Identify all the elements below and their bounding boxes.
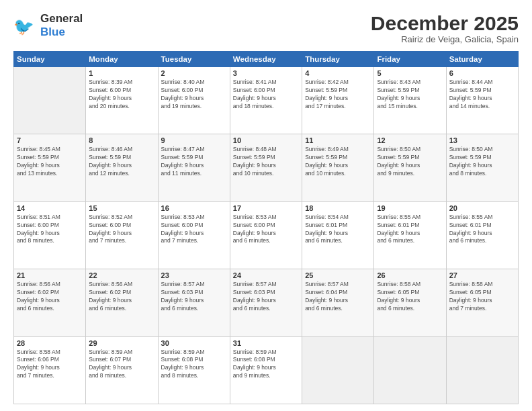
month-title: December 2025 — [371, 12, 519, 34]
logo: 🐦 General Blue — [13, 12, 83, 38]
calendar-cell: 12Sunrise: 8:50 AM Sunset: 5:59 PM Dayli… — [374, 134, 446, 201]
day-info: Sunrise: 8:42 AM Sunset: 5:59 PM Dayligh… — [305, 79, 371, 111]
header: 🐦 General Blue December 2025 Rairiz de V… — [13, 12, 519, 44]
calendar-cell — [374, 336, 446, 404]
calendar-cell: 17Sunrise: 8:53 AM Sunset: 6:00 PM Dayli… — [230, 201, 302, 269]
day-info: Sunrise: 8:48 AM Sunset: 5:59 PM Dayligh… — [233, 146, 299, 178]
calendar-cell: 22Sunrise: 8:56 AM Sunset: 6:02 PM Dayli… — [86, 269, 158, 336]
calendar-cell: 6Sunrise: 8:44 AM Sunset: 5:59 PM Daylig… — [446, 67, 518, 134]
calendar-cell: 23Sunrise: 8:57 AM Sunset: 6:03 PM Dayli… — [158, 269, 230, 336]
day-number: 9 — [161, 136, 227, 144]
day-info: Sunrise: 8:58 AM Sunset: 6:06 PM Dayligh… — [17, 349, 83, 381]
calendar-cell: 13Sunrise: 8:50 AM Sunset: 5:59 PM Dayli… — [446, 134, 518, 201]
day-number: 31 — [233, 339, 299, 347]
calendar-cell: 27Sunrise: 8:58 AM Sunset: 6:05 PM Dayli… — [446, 269, 518, 336]
day-info: Sunrise: 8:53 AM Sunset: 6:00 PM Dayligh… — [161, 214, 227, 246]
calendar-cell: 10Sunrise: 8:48 AM Sunset: 5:59 PM Dayli… — [230, 134, 302, 201]
day-number: 3 — [233, 69, 299, 77]
day-info: Sunrise: 8:41 AM Sunset: 6:00 PM Dayligh… — [233, 79, 299, 111]
calendar-table: Sunday Monday Tuesday Wednesday Thursday… — [13, 51, 519, 404]
header-saturday: Saturday — [446, 52, 518, 67]
day-number: 13 — [449, 136, 515, 144]
day-number: 6 — [449, 69, 515, 77]
day-number: 5 — [377, 69, 443, 77]
calendar-cell — [302, 336, 374, 404]
day-info: Sunrise: 8:50 AM Sunset: 5:59 PM Dayligh… — [449, 146, 515, 178]
day-info: Sunrise: 8:59 AM Sunset: 6:07 PM Dayligh… — [89, 349, 154, 381]
day-info: Sunrise: 8:44 AM Sunset: 5:59 PM Dayligh… — [449, 79, 515, 111]
day-info: Sunrise: 8:50 AM Sunset: 5:59 PM Dayligh… — [377, 146, 443, 178]
location: Rairiz de Veiga, Galicia, Spain — [371, 34, 519, 44]
header-sunday: Sunday — [14, 52, 86, 67]
calendar-cell: 7Sunrise: 8:45 AM Sunset: 5:59 PM Daylig… — [14, 134, 86, 201]
day-info: Sunrise: 8:55 AM Sunset: 6:01 PM Dayligh… — [377, 214, 443, 246]
day-info: Sunrise: 8:59 AM Sunset: 6:08 PM Dayligh… — [161, 349, 227, 381]
title-block: December 2025 Rairiz de Veiga, Galicia, … — [371, 12, 519, 44]
calendar-cell: 3Sunrise: 8:41 AM Sunset: 6:00 PM Daylig… — [230, 67, 302, 134]
calendar-cell: 9Sunrise: 8:47 AM Sunset: 5:59 PM Daylig… — [158, 134, 230, 201]
logo-text: General Blue — [40, 12, 83, 38]
calendar-cell: 25Sunrise: 8:57 AM Sunset: 6:04 PM Dayli… — [302, 269, 374, 336]
calendar-cell: 8Sunrise: 8:46 AM Sunset: 5:59 PM Daylig… — [86, 134, 158, 201]
day-info: Sunrise: 8:49 AM Sunset: 5:59 PM Dayligh… — [305, 146, 371, 178]
calendar-cell: 18Sunrise: 8:54 AM Sunset: 6:01 PM Dayli… — [302, 201, 374, 269]
day-info: Sunrise: 8:51 AM Sunset: 6:00 PM Dayligh… — [17, 214, 83, 246]
day-number: 28 — [17, 339, 83, 347]
day-number: 10 — [233, 136, 299, 144]
day-info: Sunrise: 8:57 AM Sunset: 6:03 PM Dayligh… — [233, 281, 299, 313]
day-info: Sunrise: 8:52 AM Sunset: 6:00 PM Dayligh… — [89, 214, 154, 246]
calendar-cell: 16Sunrise: 8:53 AM Sunset: 6:00 PM Dayli… — [158, 201, 230, 269]
calendar-cell: 29Sunrise: 8:59 AM Sunset: 6:07 PM Dayli… — [86, 336, 158, 404]
calendar-cell — [446, 336, 518, 404]
day-number: 21 — [17, 271, 83, 279]
day-number: 29 — [89, 339, 154, 347]
calendar-cell: 5Sunrise: 8:43 AM Sunset: 5:59 PM Daylig… — [374, 67, 446, 134]
day-number: 20 — [449, 204, 515, 212]
day-info: Sunrise: 8:57 AM Sunset: 6:04 PM Dayligh… — [305, 281, 371, 313]
day-info: Sunrise: 8:54 AM Sunset: 6:01 PM Dayligh… — [305, 214, 371, 246]
day-number: 27 — [449, 271, 515, 279]
day-info: Sunrise: 8:57 AM Sunset: 6:03 PM Dayligh… — [161, 281, 227, 313]
day-number: 19 — [377, 204, 443, 212]
calendar-cell: 24Sunrise: 8:57 AM Sunset: 6:03 PM Dayli… — [230, 269, 302, 336]
day-number: 1 — [89, 69, 154, 77]
logo-general: General — [40, 12, 83, 25]
calendar-cell: 14Sunrise: 8:51 AM Sunset: 6:00 PM Dayli… — [14, 201, 86, 269]
calendar-cell: 30Sunrise: 8:59 AM Sunset: 6:08 PM Dayli… — [158, 336, 230, 404]
week-row-4: 28Sunrise: 8:58 AM Sunset: 6:06 PM Dayli… — [14, 336, 519, 404]
calendar-cell: 2Sunrise: 8:40 AM Sunset: 6:00 PM Daylig… — [158, 67, 230, 134]
day-number: 23 — [161, 271, 227, 279]
day-info: Sunrise: 8:47 AM Sunset: 5:59 PM Dayligh… — [161, 146, 227, 178]
svg-text:🐦: 🐦 — [13, 16, 34, 35]
day-number: 4 — [305, 69, 371, 77]
calendar-cell: 15Sunrise: 8:52 AM Sunset: 6:00 PM Dayli… — [86, 201, 158, 269]
day-number: 7 — [17, 136, 83, 144]
day-info: Sunrise: 8:56 AM Sunset: 6:02 PM Dayligh… — [17, 281, 83, 313]
day-number: 22 — [89, 271, 154, 279]
header-tuesday: Tuesday — [158, 52, 230, 67]
weekday-header-row: Sunday Monday Tuesday Wednesday Thursday… — [14, 52, 519, 67]
day-info: Sunrise: 8:58 AM Sunset: 6:05 PM Dayligh… — [449, 281, 515, 313]
header-wednesday: Wednesday — [230, 52, 302, 67]
calendar-cell: 19Sunrise: 8:55 AM Sunset: 6:01 PM Dayli… — [374, 201, 446, 269]
header-thursday: Thursday — [302, 52, 374, 67]
calendar-cell: 21Sunrise: 8:56 AM Sunset: 6:02 PM Dayli… — [14, 269, 86, 336]
day-info: Sunrise: 8:45 AM Sunset: 5:59 PM Dayligh… — [17, 146, 83, 178]
day-info: Sunrise: 8:56 AM Sunset: 6:02 PM Dayligh… — [89, 281, 154, 313]
day-info: Sunrise: 8:46 AM Sunset: 5:59 PM Dayligh… — [89, 146, 154, 178]
week-row-3: 21Sunrise: 8:56 AM Sunset: 6:02 PM Dayli… — [14, 269, 519, 336]
calendar-cell — [14, 67, 86, 134]
day-number: 25 — [305, 271, 371, 279]
day-info: Sunrise: 8:43 AM Sunset: 5:59 PM Dayligh… — [377, 79, 443, 111]
day-info: Sunrise: 8:55 AM Sunset: 6:01 PM Dayligh… — [449, 214, 515, 246]
day-number: 12 — [377, 136, 443, 144]
calendar-body: 1Sunrise: 8:39 AM Sunset: 6:00 PM Daylig… — [14, 67, 519, 404]
day-info: Sunrise: 8:58 AM Sunset: 6:05 PM Dayligh… — [377, 281, 443, 313]
day-number: 11 — [305, 136, 371, 144]
day-number: 26 — [377, 271, 443, 279]
day-number: 8 — [89, 136, 154, 144]
calendar-cell: 20Sunrise: 8:55 AM Sunset: 6:01 PM Dayli… — [446, 201, 518, 269]
logo-blue: Blue — [40, 26, 65, 38]
week-row-0: 1Sunrise: 8:39 AM Sunset: 6:00 PM Daylig… — [14, 67, 519, 134]
calendar-page: 🐦 General Blue December 2025 Rairiz de V… — [0, 0, 532, 411]
